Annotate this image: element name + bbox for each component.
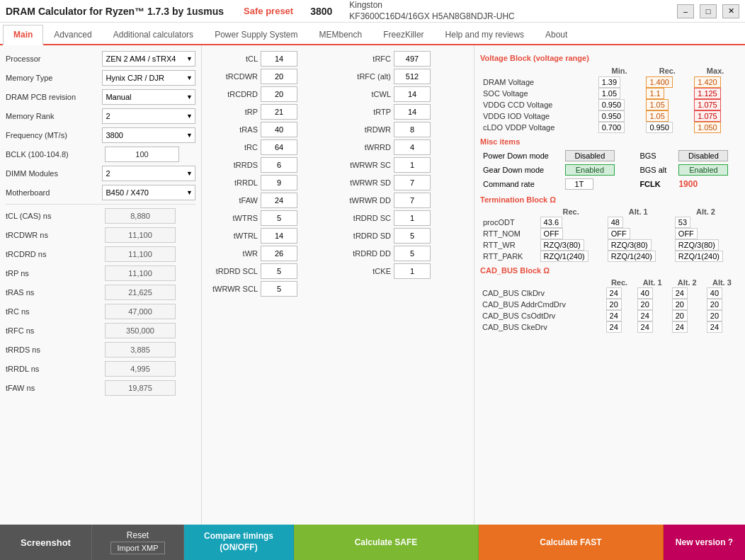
timing-input[interactable] <box>261 51 297 67</box>
bclk-label: BCLK (100-104.8) <box>6 150 105 159</box>
memtype-select[interactable]: Hynix CJR / DJR <box>102 70 195 86</box>
timing-input[interactable] <box>261 69 297 84</box>
restore-button[interactable]: □ <box>700 4 717 18</box>
freq-select[interactable]: 3800 <box>102 127 195 143</box>
tab-power-supply[interactable]: Power Supply System <box>204 25 308 44</box>
mobo-select[interactable]: B450 / X470 <box>102 185 195 200</box>
timing-input[interactable] <box>394 69 431 84</box>
misc-cmd-rate-value: 1T <box>562 177 626 191</box>
timing-input[interactable] <box>394 86 431 102</box>
left-panel: Processor ZEN 2 AM4 / sTRX4 ▼ Memory Typ… <box>0 45 202 525</box>
voltage-row-label: VDDG CCD Voltage <box>480 99 596 110</box>
timing-label: tWTRS <box>207 214 261 222</box>
timing-input[interactable] <box>261 139 297 155</box>
misc-gear-down-label: Gear Down mode <box>480 163 562 177</box>
dimm-select[interactable]: 2 <box>102 166 195 181</box>
term-rec-cell: RZQ/1(240) <box>538 251 605 262</box>
processor-label: Processor <box>6 55 102 63</box>
calc-safe-label: Calculate SAFE <box>355 537 418 547</box>
misc-power-down-row: Power Down mode Disabled BGS Disabled <box>480 149 739 163</box>
timing-row: tRDRD DD <box>341 246 468 261</box>
voltage-max-cell: 1.125 <box>691 88 739 99</box>
timing-input[interactable] <box>394 263 431 279</box>
timing-label: tRCDRD <box>207 90 261 98</box>
timing-input[interactable] <box>394 139 431 155</box>
calculate-fast-button[interactable]: Calculate FAST <box>479 525 664 560</box>
timing-input[interactable] <box>394 210 431 226</box>
timing-input[interactable] <box>261 122 297 137</box>
bclk-row: BCLK (100-104.8) 100 <box>6 147 195 162</box>
processor-select[interactable]: ZEN 2 AM4 / sTRX4 <box>102 51 195 67</box>
tab-main[interactable]: Main <box>3 25 43 45</box>
misc-bgs-label: BGS <box>625 149 676 163</box>
import-xmp-button[interactable]: Import XMP <box>110 542 164 554</box>
trrds-ns-label: tRRDS ns <box>6 345 105 354</box>
timing-input[interactable] <box>261 246 297 261</box>
timing-row: tWR <box>207 246 335 261</box>
pcb-dropdown-wrap: Manual ▼ <box>102 89 195 105</box>
tcl-ns-label: tCL (CAS) ns <box>6 212 105 220</box>
timing-row: tFAW <box>207 193 335 208</box>
cad-alt1-cell: 24 <box>635 310 670 321</box>
memtype-dropdown-wrap: Hynix CJR / DJR ▼ <box>102 70 195 86</box>
tab-additional-calculators[interactable]: Additional calculators <box>103 25 204 44</box>
timing-input[interactable] <box>261 104 297 120</box>
misc-table: Power Down mode Disabled BGS Disabled Ge… <box>480 149 739 191</box>
timing-input[interactable] <box>261 210 297 226</box>
cad-row-label: CAD_BUS CkeDrv <box>480 321 604 333</box>
tab-about[interactable]: About <box>535 25 578 44</box>
timing-label: tRC <box>207 143 261 152</box>
term-row: procODT 43.6 48 53 <box>480 217 739 228</box>
timing-input[interactable] <box>394 246 431 261</box>
timing-input[interactable] <box>394 104 431 120</box>
misc-bgs-alt-value: Enabled <box>676 163 739 177</box>
termination-header: Termination Block Ω <box>480 195 739 204</box>
timing-label: tRRDS <box>207 161 261 169</box>
new-version-button[interactable]: New version ? <box>664 525 745 560</box>
pcb-select[interactable]: Manual <box>102 89 195 105</box>
timing-label: tWRWR SCL <box>207 285 261 293</box>
close-button[interactable]: ✕ <box>722 4 739 18</box>
timing-row: tRFC (alt) <box>341 69 468 84</box>
cad-col-alt3: Alt. 3 <box>705 278 739 287</box>
bclk-input[interactable]: 100 <box>105 147 179 162</box>
timing-input[interactable] <box>394 122 431 137</box>
dimm-dropdown-wrap: 2 ▼ <box>102 166 195 181</box>
timing-input[interactable] <box>394 193 431 208</box>
tab-advanced[interactable]: Advanced <box>43 25 102 44</box>
tab-membench[interactable]: MEMbench <box>309 25 373 44</box>
rank-select[interactable]: 2 <box>102 108 195 124</box>
timing-input[interactable] <box>394 51 431 67</box>
dimm-row: DIMM Modules 2 ▼ <box>6 166 195 181</box>
reset-button[interactable]: Reset <box>127 530 149 540</box>
minimize-button[interactable]: – <box>677 4 694 18</box>
timing-input[interactable] <box>394 157 431 173</box>
timing-input[interactable] <box>394 228 431 244</box>
timing-input[interactable] <box>261 175 297 190</box>
voltage-row-label: VDDG IOD Voltage <box>480 110 596 122</box>
term-rec-cell: 43.6 <box>538 217 605 228</box>
screenshot-button[interactable]: Screenshot <box>0 525 92 560</box>
tfaw-ns-row: tFAW ns 19,875 <box>6 380 195 396</box>
timing-input[interactable] <box>261 228 297 244</box>
tab-help[interactable]: Help and my reviews <box>435 25 535 44</box>
timing-row: tRCDWR <box>207 69 335 84</box>
cad-alt2-cell: 20 <box>670 299 705 310</box>
termination-table: Rec. Alt. 1 Alt. 2 procODT 43.6 48 53 RT… <box>480 207 739 262</box>
calculate-safe-button[interactable]: Calculate SAFE <box>294 525 479 560</box>
timing-input[interactable] <box>261 157 297 173</box>
tras-ns-value: 21,625 <box>105 285 176 300</box>
bottom-bar: Screenshot Reset Import XMP Compare timi… <box>0 525 745 560</box>
term-alt2-cell: 53 <box>672 217 739 228</box>
cad-col-rec: Rec. <box>604 278 635 287</box>
tab-freezkiller[interactable]: FreezKiller <box>372 25 434 44</box>
timing-input[interactable] <box>261 263 297 279</box>
voltage-rec-cell: 1.05 <box>643 110 691 122</box>
timing-input[interactable] <box>261 86 297 102</box>
timing-input[interactable] <box>394 175 431 190</box>
timing-input[interactable] <box>261 193 297 208</box>
compare-button[interactable]: Compare timings (ON/OFF) <box>184 525 294 560</box>
timing-input[interactable] <box>261 281 297 297</box>
timing-row: tWTRS <box>207 210 335 226</box>
timing-label: tWTRL <box>207 232 261 240</box>
